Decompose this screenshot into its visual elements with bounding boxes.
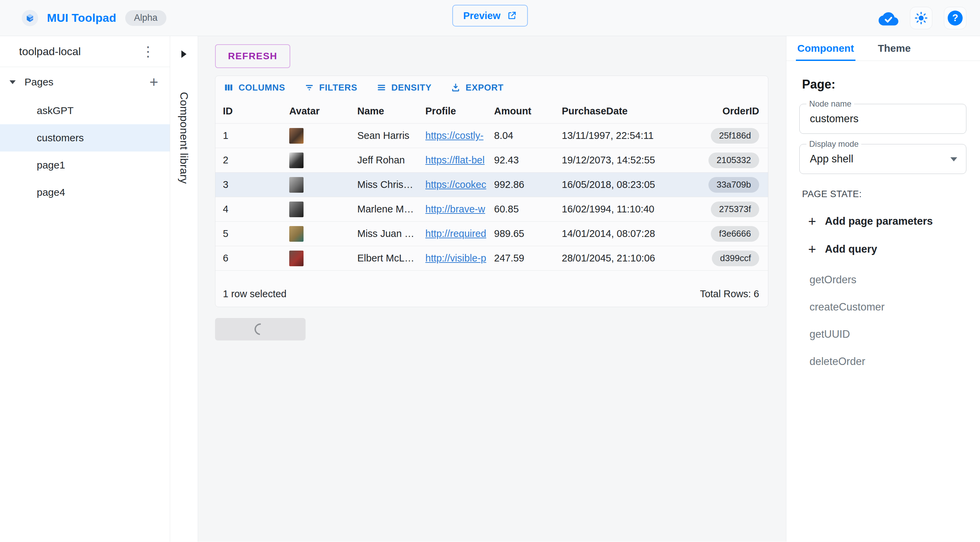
cell-profile: http://required [425, 228, 494, 239]
appbar-actions: ? [878, 7, 966, 29]
add-page-parameters-button[interactable]: + Add page parameters [799, 215, 966, 228]
cell-orderid: 275373f [708, 202, 768, 217]
table-row[interactable]: 1 Sean Harris https://costly- 8.04 13/11… [215, 124, 768, 148]
pages-section-label: Pages [24, 76, 53, 88]
avatar [289, 128, 304, 143]
cloud-sync-icon[interactable] [878, 11, 898, 26]
query-item-createcustomer[interactable]: createCustomer [810, 301, 966, 313]
grid-spacer [215, 271, 768, 281]
sidebar-item-page4[interactable]: page4 [0, 179, 170, 206]
cell-avatar [289, 250, 357, 266]
inspector-tabs: Component Theme [786, 36, 980, 61]
cell-amount: 247.59 [494, 253, 562, 264]
cell-name: Jeff Rohan [357, 155, 425, 166]
page-heading: Page: [802, 77, 966, 92]
order-id-chip: 25f186d [711, 128, 759, 143]
cell-profile: http://brave-w [425, 204, 494, 215]
export-button[interactable]: EXPORT [450, 82, 504, 93]
expand-panel-icon[interactable] [181, 50, 186, 58]
profile-link[interactable]: https://cookec [425, 179, 493, 190]
table-row[interactable]: 5 Miss Juan … http://required 989.65 14/… [215, 222, 768, 246]
component-library-label: Component library [178, 92, 190, 184]
avatar [289, 250, 304, 266]
export-button-label: EXPORT [466, 82, 504, 93]
toolpad-logo-icon[interactable] [22, 10, 38, 26]
cell-id: 2 [223, 155, 289, 166]
table-row[interactable]: 6 Elbert McL… http://visible-p 247.59 28… [215, 246, 768, 271]
column-header-avatar[interactable]: Avatar [289, 105, 357, 117]
table-row[interactable]: 3 Miss Chris… https://cookec 992.86 16/0… [215, 172, 768, 197]
help-icon: ? [948, 11, 963, 26]
display-mode-select[interactable]: Display mode App shell [799, 144, 966, 174]
node-name-field[interactable]: Node name customers [799, 104, 966, 134]
table-row[interactable]: 4 Marlene M… http://brave-w 60.85 16/02/… [215, 197, 768, 222]
filters-button-label: FILTERS [319, 82, 357, 93]
sidebar-item-page1[interactable]: page1 [0, 151, 170, 179]
column-header-purchasedate[interactable]: PurchaseDate [562, 105, 708, 117]
avatar [289, 153, 304, 168]
cell-name: Sean Harris [357, 130, 425, 141]
refresh-button[interactable]: REFRESH [215, 44, 290, 68]
preview-button-label: Preview [463, 10, 501, 21]
add-query-button[interactable]: + Add query [799, 243, 966, 255]
sidebar-item-customers[interactable]: customers [0, 124, 170, 151]
query-item-getuuid[interactable]: getUUID [810, 328, 966, 340]
preview-button[interactable]: Preview [452, 5, 528, 27]
profile-link[interactable]: http://visible-p [425, 253, 493, 264]
cell-orderid: d399ccf [708, 250, 768, 266]
project-menu-icon[interactable]: ⋮ [138, 45, 158, 58]
profile-link[interactable]: http://brave-w [425, 204, 493, 215]
column-header-amount[interactable]: Amount [494, 105, 562, 117]
cell-purchasedate: 14/01/2014, 08:07:28 [562, 228, 708, 239]
profile-link[interactable]: https://flat-bel [425, 155, 493, 166]
page-item-label: customers [37, 132, 84, 143]
cell-purchasedate: 19/12/2073, 14:52:55 [562, 155, 708, 166]
avatar [289, 226, 304, 242]
cell-avatar [289, 202, 357, 217]
add-page-icon[interactable]: + [150, 75, 158, 89]
mui-toolpad-app: MUI Toolpad Alpha Preview [0, 0, 980, 542]
columns-button[interactable]: COLUMNS [224, 82, 285, 93]
component-library-strip[interactable]: Component library [170, 36, 198, 542]
cell-avatar [289, 128, 357, 143]
cell-orderid: 25f186d [708, 128, 768, 143]
order-id-chip: 275373f [711, 202, 759, 217]
theme-toggle-button[interactable] [910, 7, 932, 29]
column-header-profile[interactable]: Profile [425, 105, 494, 117]
plus-icon: + [808, 244, 816, 255]
cell-id: 1 [223, 130, 289, 141]
loading-button[interactable] [215, 318, 305, 340]
collapse-caret-icon[interactable] [10, 80, 16, 84]
cell-orderid: 2105332 [708, 153, 768, 168]
column-header-id[interactable]: ID [223, 105, 289, 117]
cell-purchasedate: 16/02/1994, 11:10:40 [562, 204, 708, 215]
tab-component[interactable]: Component [796, 36, 856, 61]
tab-theme[interactable]: Theme [877, 36, 912, 61]
query-list: getOrders createCustomer getUUID deleteO… [810, 274, 966, 368]
display-mode-label: Display mode [807, 139, 861, 149]
filters-button[interactable]: FILTERS [304, 82, 357, 93]
cell-amount: 992.86 [494, 179, 562, 190]
column-header-name[interactable]: Name [357, 105, 425, 117]
query-item-deleteorder[interactable]: deleteOrder [810, 355, 966, 368]
add-page-parameters-label: Add page parameters [825, 215, 933, 228]
query-item-getorders[interactable]: getOrders [810, 274, 966, 286]
inspector-content: Page: Node name customers Display mode A… [786, 61, 980, 368]
cell-avatar [289, 226, 357, 242]
help-button[interactable]: ? [944, 7, 966, 29]
order-id-chip: 2105332 [708, 153, 759, 168]
tab-label: Theme [878, 43, 911, 54]
pages-section-header: Pages + [0, 67, 170, 97]
cube-icon [24, 13, 35, 24]
columns-icon [224, 82, 234, 92]
table-row[interactable]: 2 Jeff Rohan https://flat-bel 92.43 19/1… [215, 148, 768, 172]
loading-spinner-icon [252, 321, 269, 337]
profile-link[interactable]: http://required [425, 228, 493, 239]
profile-link[interactable]: https://costly- [425, 130, 493, 141]
density-button[interactable]: DENSITY [376, 82, 431, 93]
cell-avatar [289, 153, 357, 168]
alpha-badge: Alpha [125, 10, 166, 26]
inspector-panel: Component Theme Page: Node name customer… [786, 36, 980, 542]
sidebar-item-askgpt[interactable]: askGPT [0, 97, 170, 124]
column-header-orderid[interactable]: OrderID [708, 105, 768, 117]
